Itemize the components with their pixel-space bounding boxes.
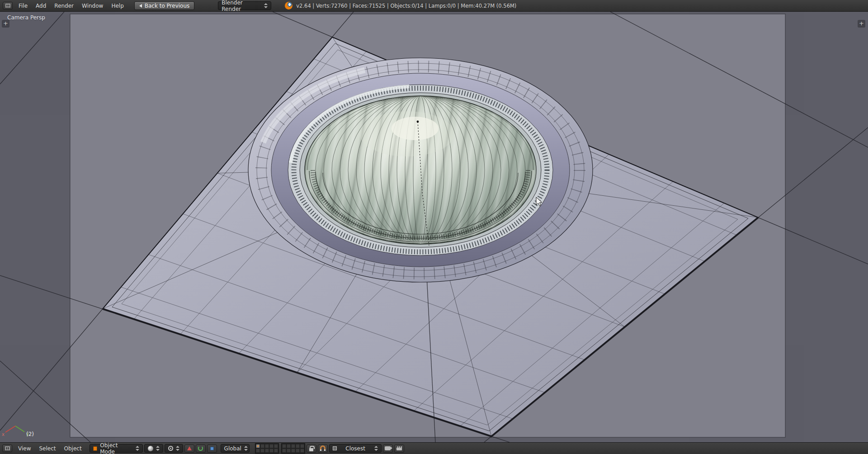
viewport-shading-select[interactable] [144, 444, 163, 453]
viewport-header: View Select Object Object Mode Global [0, 442, 868, 454]
viewport-scene: x y (2) [0, 12, 868, 442]
layer-cell[interactable] [282, 449, 286, 453]
menu-view[interactable]: View [14, 445, 35, 453]
info-editor-type-button[interactable] [3, 2, 13, 9]
chevron-updown-icon [176, 446, 179, 451]
layer-cell[interactable] [300, 444, 304, 448]
snap-element-icon [333, 446, 337, 450]
menu-file[interactable]: File [14, 2, 32, 10]
open-properties-icon[interactable]: + [858, 20, 865, 28]
manipulator-translate-toggle[interactable] [184, 445, 194, 453]
chevron-updown-icon [244, 446, 248, 451]
layer-cell[interactable] [265, 444, 269, 448]
3d-viewport[interactable]: x y (2) Camera Persp + + [0, 12, 868, 442]
snap-toggle[interactable] [318, 445, 328, 453]
pivot-point-icon [168, 446, 173, 451]
back-to-previous-button[interactable]: Back to Previous [134, 1, 195, 10]
menu-object[interactable]: Object [60, 445, 86, 453]
render-engine-value: Blender Render [222, 0, 261, 12]
chevron-updown-icon [156, 446, 160, 451]
layer-cell[interactable] [256, 449, 260, 453]
clapperboard-icon [396, 446, 402, 450]
back-to-previous-label: Back to Previous [145, 3, 190, 9]
render-engine-select[interactable]: Blender Render [218, 1, 271, 10]
chevron-updown-icon [264, 3, 268, 8]
camera-icon [385, 446, 391, 450]
scale-square-icon [210, 447, 214, 450]
menu-help[interactable]: Help [107, 2, 127, 10]
snap-target-select[interactable]: Closest [329, 444, 382, 453]
info-header: File Add Render Window Help Back to Prev… [0, 0, 868, 12]
layer-cell[interactable] [291, 449, 295, 453]
menu-select[interactable]: Select [35, 445, 60, 453]
manipulator-scale-toggle[interactable] [207, 445, 217, 453]
transform-orientation-select[interactable]: Global [221, 444, 250, 453]
chevron-updown-icon [136, 446, 139, 451]
info-editor-icon [5, 4, 10, 8]
layer-cell[interactable] [260, 444, 264, 448]
menu-add[interactable]: Add [32, 2, 50, 10]
menu-window[interactable]: Window [78, 2, 107, 10]
layer-cell[interactable] [296, 444, 300, 448]
scene-statistics: v2.64 | Verts:72760 | Faces:71525 | Obje… [296, 3, 516, 9]
chevron-updown-icon [374, 446, 378, 451]
lamp-fixture-object[interactable] [248, 58, 593, 282]
translate-arrow-icon [187, 446, 192, 450]
layers-widget [255, 443, 305, 454]
viewport-editor-type-button[interactable] [2, 445, 12, 452]
shading-sphere-icon [148, 446, 153, 451]
layer-cell[interactable] [269, 444, 274, 448]
open-toolshelf-icon[interactable]: + [2, 20, 9, 28]
layer-cell[interactable] [260, 449, 264, 453]
mode-select[interactable]: Object Mode [90, 444, 143, 453]
magnet-icon [320, 445, 326, 451]
mode-value: Object Mode [100, 442, 132, 454]
svg-text:x: x [2, 432, 5, 437]
layer-cell[interactable] [256, 444, 260, 448]
layer-cell[interactable] [287, 444, 291, 448]
active-layer-indicator: (2) [26, 431, 34, 437]
view-name-label: Camera Persp [7, 14, 45, 21]
opengl-render-button[interactable] [383, 445, 393, 453]
blender-window: File Add Render Window Help Back to Prev… [0, 0, 868, 454]
layer-cell[interactable] [291, 444, 295, 448]
object-mode-icon [93, 446, 98, 451]
layer-cell[interactable] [265, 449, 269, 453]
snap-target-value: Closest [345, 445, 365, 452]
manipulator-rotate-toggle[interactable] [196, 445, 206, 453]
back-arrow-icon [139, 4, 142, 8]
layer-cell[interactable] [274, 449, 278, 453]
viewport-editor-icon [5, 446, 10, 450]
lock-icon [309, 448, 313, 451]
layer-cell[interactable] [287, 449, 291, 453]
layer-cell[interactable] [274, 444, 278, 448]
layer-cell[interactable] [282, 444, 286, 448]
layer-cell[interactable] [296, 449, 300, 453]
opengl-render-anim-button[interactable] [394, 445, 404, 453]
layer-cell[interactable] [269, 449, 274, 453]
layer-cell[interactable] [300, 449, 304, 453]
layer-group-2 [281, 443, 305, 454]
rotate-arc-icon [198, 446, 203, 451]
pivot-point-select[interactable] [165, 444, 183, 453]
orientation-value: Global [224, 445, 241, 452]
menu-render[interactable]: Render [50, 2, 78, 10]
lock-to-scene-toggle[interactable] [307, 445, 316, 453]
layer-group-1 [255, 443, 279, 454]
blender-logo [285, 2, 292, 9]
